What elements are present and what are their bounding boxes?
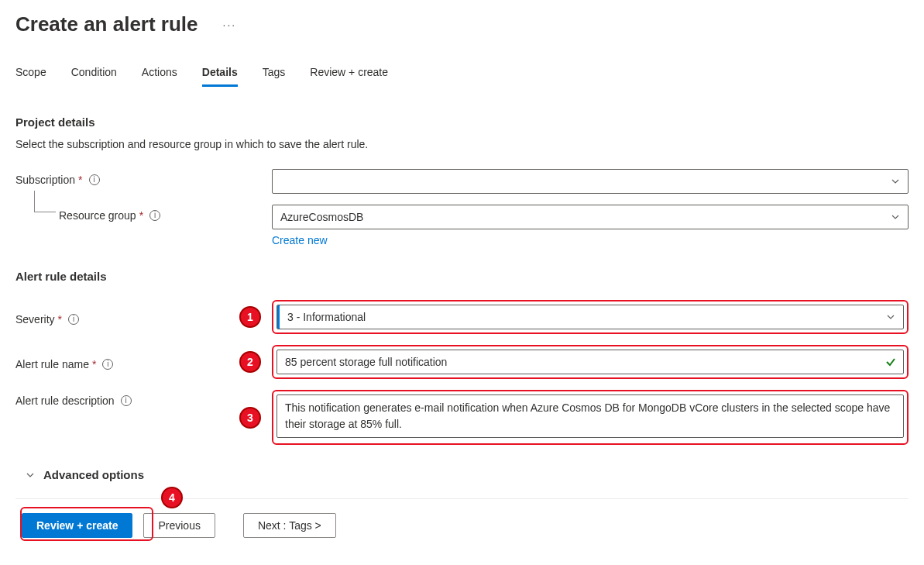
info-icon[interactable]: i (149, 210, 160, 221)
required-icon: * (139, 209, 143, 222)
tab-actions[interactable]: Actions (142, 60, 177, 87)
tab-review-create[interactable]: Review + create (310, 60, 388, 87)
tab-tags[interactable]: Tags (263, 60, 286, 87)
footer: 4 Review + create Previous Next : Tags > (15, 498, 909, 538)
callout-marker-2: 2 (239, 351, 261, 373)
create-new-link[interactable]: Create new (272, 234, 909, 246)
chevron-down-icon (25, 470, 36, 481)
chevron-down-icon (891, 177, 900, 186)
severity-label: Severity (15, 313, 55, 326)
severity-select[interactable]: 3 - Informational (277, 305, 904, 329)
subscription-label: Subscription (15, 174, 75, 186)
alert-rule-description-input[interactable]: This notification generates e-mail notif… (277, 394, 904, 438)
tab-condition[interactable]: Condition (71, 60, 117, 87)
required-icon: * (58, 313, 62, 326)
callout-marker-4: 4 (161, 487, 183, 508)
alert-rule-name-input[interactable] (277, 350, 904, 374)
next-tags-button[interactable]: Next : Tags > (243, 513, 336, 538)
chevron-down-icon (886, 312, 895, 322)
severity-value: 3 - Informational (287, 311, 366, 323)
indent-line (34, 191, 56, 212)
severity-highlight: 3 - Informational (272, 300, 909, 334)
required-icon: * (78, 174, 82, 186)
previous-button[interactable]: Previous (143, 513, 215, 538)
tab-scope[interactable]: Scope (15, 60, 46, 87)
tab-details[interactable]: Details (202, 60, 238, 87)
alert-desc-highlight: This notification generates e-mail notif… (272, 390, 909, 445)
info-icon[interactable]: i (68, 314, 79, 325)
tabs: Scope Condition Actions Details Tags Rev… (15, 60, 909, 88)
subscription-select[interactable] (272, 169, 909, 194)
resource-group-select[interactable]: AzureCosmosDB (272, 205, 909, 229)
callout-marker-3: 3 (239, 407, 261, 429)
alert-name-highlight (272, 345, 909, 379)
project-details-heading: Project details (15, 115, 909, 129)
review-create-button[interactable]: Review + create (22, 513, 132, 538)
chevron-down-icon (891, 212, 900, 222)
alert-rule-description-label: Alert rule description (15, 394, 115, 407)
page-title: Create an alert rule (15, 12, 198, 36)
advanced-options-label: Advanced options (43, 468, 144, 481)
project-details-subtext: Select the subscription and resource gro… (15, 138, 909, 150)
more-icon[interactable]: ··· (223, 19, 237, 31)
callout-marker-1: 1 (239, 306, 261, 328)
info-icon[interactable]: i (89, 174, 100, 185)
alert-rule-details-heading: Alert rule details (15, 270, 909, 283)
info-icon[interactable]: i (102, 359, 113, 370)
check-icon (885, 357, 896, 367)
advanced-options-toggle[interactable]: Advanced options (25, 468, 909, 481)
resource-group-label: Resource group (59, 209, 136, 222)
alert-rule-name-label: Alert rule name (15, 358, 89, 370)
required-icon: * (92, 358, 96, 370)
info-icon[interactable]: i (121, 395, 132, 406)
resource-group-value: AzureCosmosDB (280, 211, 363, 223)
